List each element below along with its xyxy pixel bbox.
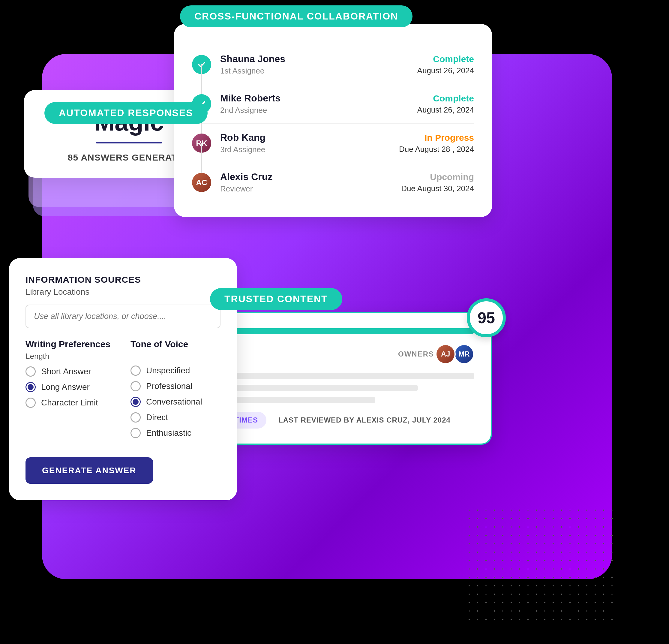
radio-direct[interactable]: Direct: [130, 412, 220, 422]
dot-pattern-decoration: [465, 506, 615, 620]
writing-prefs-title: Writing Preferences: [26, 339, 115, 349]
radio-outer: [26, 366, 36, 377]
radio-label: Professional: [146, 381, 192, 391]
status-text: In Progress: [399, 132, 474, 143]
assignee-name: Rob Kang: [220, 132, 399, 143]
radio-outer: [130, 428, 141, 438]
auto-underline: [96, 142, 162, 143]
status-text: Complete: [417, 54, 474, 64]
status-text: Complete: [417, 93, 474, 103]
owner-avatar-1: AJ: [435, 344, 456, 364]
radio-conversational[interactable]: Conversational: [130, 397, 220, 407]
tone-title: Tone of Voice: [130, 339, 220, 349]
radio-outer: [130, 381, 141, 391]
length-label: Length: [26, 352, 115, 361]
trusted-badge: TRUSTED CONTENT: [210, 288, 342, 310]
status-text: Upcoming: [401, 172, 474, 182]
radio-enthusiastic[interactable]: Enthusiastic: [130, 428, 220, 438]
radio-inner: [28, 384, 33, 390]
radio-outer: [130, 365, 141, 376]
assignee-row: AC Alexis Cruz Reviewer Upcoming Due Aug…: [192, 163, 474, 202]
writing-prefs-col: Writing Preferences Length Short Answer …: [26, 339, 115, 444]
radio-label: Enthusiastic: [146, 428, 191, 438]
radio-label: Conversational: [146, 397, 202, 407]
assignee-name: Mike Roberts: [220, 93, 417, 104]
radio-outer-selected: [130, 397, 141, 407]
assignee-role: 1st Assignee: [220, 66, 417, 75]
radio-label: Character Limit: [41, 398, 98, 407]
owner-avatar-2: MR: [454, 344, 474, 364]
writing-prefs-row: Writing Preferences Length Short Answer …: [26, 339, 220, 444]
info-card: INFORMATION SOURCES Library Locations Wr…: [9, 258, 237, 500]
tone-col: Tone of Voice Unspecified Professional C…: [130, 339, 220, 444]
assignee-info: Alexis Cruz Reviewer: [220, 171, 401, 194]
radio-unspecified[interactable]: Unspecified: [130, 365, 220, 376]
radio-outer: [130, 412, 141, 422]
status-date: Due August 28 , 2024: [399, 145, 474, 154]
assignee-info: Rob Kang 3rd Assignee: [220, 132, 399, 154]
status-date: August 26, 2024: [417, 66, 474, 75]
radio-label: Short Answer: [41, 367, 91, 376]
assignee-status: In Progress Due August 28 , 2024: [399, 132, 474, 154]
collab-card: Shauna Jones 1st Assignee Complete Augus…: [174, 24, 492, 217]
radio-outer: [26, 397, 36, 408]
status-date: August 26, 2024: [417, 105, 474, 115]
assignee-info: Mike Roberts 2nd Assignee: [220, 93, 417, 115]
radio-outer-selected: [26, 382, 36, 392]
info-section-title: INFORMATION SOURCES: [26, 275, 220, 285]
assignee-avatar: AC: [192, 173, 211, 192]
assignee-name: Shauna Jones: [220, 53, 417, 65]
radio-inner: [132, 399, 139, 405]
assignee-role: 3rd Assignee: [220, 145, 399, 154]
assignee-status: Complete August 26, 2024: [417, 93, 474, 115]
assignee-role: 2nd Assignee: [220, 106, 417, 115]
owners-label: OWNERS: [398, 350, 434, 358]
collab-badge: CROSS-FUNCTIONAL COLLABORATION: [180, 5, 413, 27]
radio-label: Direct: [146, 412, 168, 422]
assignee-row: Shauna Jones 1st Assignee Complete Augus…: [192, 45, 474, 84]
assignee-status: Upcoming Due August 30, 2024: [401, 172, 474, 193]
auto-badge: AUTOMATED RESPONSES: [44, 102, 208, 124]
assignee-info: Shauna Jones 1st Assignee: [220, 53, 417, 75]
radio-label: Long Answer: [41, 382, 90, 392]
generate-answer-button[interactable]: GENERATE ANSWER: [26, 457, 153, 484]
assignee-row: RK Rob Kang 3rd Assignee In Progress Due…: [192, 124, 474, 163]
assignee-role: Reviewer: [220, 184, 401, 194]
last-reviewed: LAST REVIEWED BY ALEXIS CRUZ, JULY 2024: [279, 416, 451, 424]
radio-short-answer[interactable]: Short Answer: [26, 366, 115, 377]
score-circle: 95: [467, 298, 506, 337]
assignee-row: Mike Roberts 2nd Assignee Complete Augus…: [192, 84, 474, 124]
radio-char-limit[interactable]: Character Limit: [26, 397, 115, 408]
radio-long-answer[interactable]: Long Answer: [26, 382, 115, 392]
radio-label: Unspecified: [146, 366, 190, 375]
info-section-sub: Library Locations: [26, 287, 220, 297]
assignee-status: Complete August 26, 2024: [417, 54, 474, 75]
status-date: Due August 30, 2024: [401, 184, 474, 193]
radio-professional[interactable]: Professional: [130, 381, 220, 391]
library-locations-input[interactable]: [26, 305, 220, 328]
assignee-name: Alexis Cruz: [220, 171, 401, 182]
